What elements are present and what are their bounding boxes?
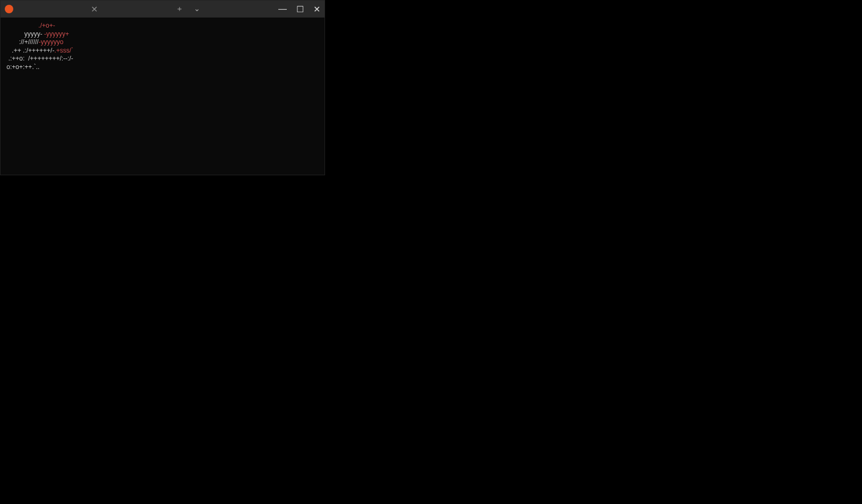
maximize-icon[interactable]: ☐ — [296, 4, 304, 14]
ubuntu-logo-icon — [5, 5, 13, 13]
minimize-icon[interactable]: — — [278, 4, 287, 14]
ubuntu-ascii-art: ./+o+- yyyyy- -yyyyyy+ ://+//////-yyyyyy… — [5, 22, 320, 72]
ubuntu-terminal-body[interactable]: ./+o+- yyyyy- -yyyyyy+ ://+//////-yyyyyy… — [1, 18, 325, 76]
ubuntu-titlebar: ✕ ＋ ⌄ — ☐ ✕ — [1, 1, 325, 18]
ubuntu-terminal[interactable]: ✕ ＋ ⌄ — ☐ ✕ ./+o+- yyyyy- -yyyyyy+ ://+/… — [0, 0, 325, 175]
tab-close-icon[interactable]: ✕ — [91, 4, 98, 14]
tab-dropdown-icon[interactable]: ⌄ — [194, 4, 200, 14]
close-icon[interactable]: ✕ — [313, 4, 320, 14]
new-tab-icon[interactable]: ＋ — [176, 4, 183, 14]
